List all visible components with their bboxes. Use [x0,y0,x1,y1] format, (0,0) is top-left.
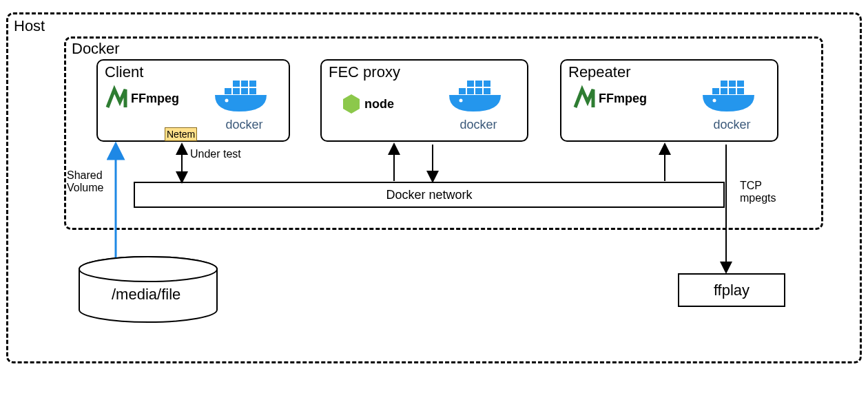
svg-rect-15 [484,81,490,87]
svg-point-16 [459,99,463,103]
netem-badge: Netem [165,127,197,141]
fec-proxy-box: FEC proxy node docker [320,59,528,142]
svg-rect-0 [225,88,231,94]
svg-point-7 [225,99,229,103]
svg-rect-21 [721,81,727,87]
media-file-label: /media/file [112,286,180,304]
repeater-ffmpeg-label: FFmpeg [599,92,647,106]
svg-rect-5 [241,81,248,87]
fec-proxy-label: FEC proxy [329,63,400,81]
fecproxy-docker-label: docker [446,118,511,132]
repeater-box: Repeater FFmpeg docker [560,59,778,142]
svg-rect-10 [467,88,474,94]
repeater-docker-label: docker [699,118,765,132]
docker-logo-icon: docker [699,77,765,132]
svg-rect-17 [712,88,719,94]
client-label: Client [105,63,143,81]
svg-rect-6 [249,81,256,87]
docker-label: Docker [72,40,120,58]
svg-rect-22 [729,81,736,87]
svg-rect-14 [475,81,482,87]
docker-network-label: Docker network [386,188,472,202]
host-label: Host [14,17,45,35]
svg-rect-13 [467,81,474,87]
svg-rect-3 [249,88,256,94]
docker-network-box: Docker network [134,182,725,208]
svg-rect-4 [233,81,240,87]
fecproxy-nodejs-label: node [364,97,394,111]
svg-marker-8 [343,94,360,114]
under-test-label: Under test [190,148,241,160]
svg-rect-23 [737,81,744,87]
svg-rect-19 [729,88,736,94]
shared-volume-label: Shared Volume [67,169,103,194]
svg-rect-11 [475,88,482,94]
ffplay-label: ffplay [714,282,750,299]
docker-logo-icon: docker [211,77,277,132]
tcp-l2: mpegts [740,192,776,204]
svg-rect-18 [721,88,727,94]
svg-rect-9 [459,88,466,94]
client-ffmpeg-label: FFmpeg [131,92,179,106]
shared-volume-l1: Shared [67,169,103,181]
ffmpeg-icon: FFmpeg [574,88,647,109]
svg-rect-2 [241,88,248,94]
shared-volume-l2: Volume [67,182,103,193]
client-docker-label: docker [211,118,277,132]
svg-rect-20 [737,88,744,94]
client-box: Client FFmpeg docker Netem [96,59,290,142]
ffplay-box: ffplay [678,273,785,307]
svg-rect-1 [233,88,240,94]
svg-rect-12 [484,88,490,94]
svg-point-24 [713,99,716,103]
tcp-l1: TCP [740,180,762,191]
tcp-mpegts-label: TCP mpegts [740,180,776,204]
nodejs-icon: node [342,94,394,114]
docker-logo-icon: docker [446,77,511,132]
ffmpeg-icon: FFmpeg [106,88,179,109]
repeater-label: Repeater [568,63,631,81]
